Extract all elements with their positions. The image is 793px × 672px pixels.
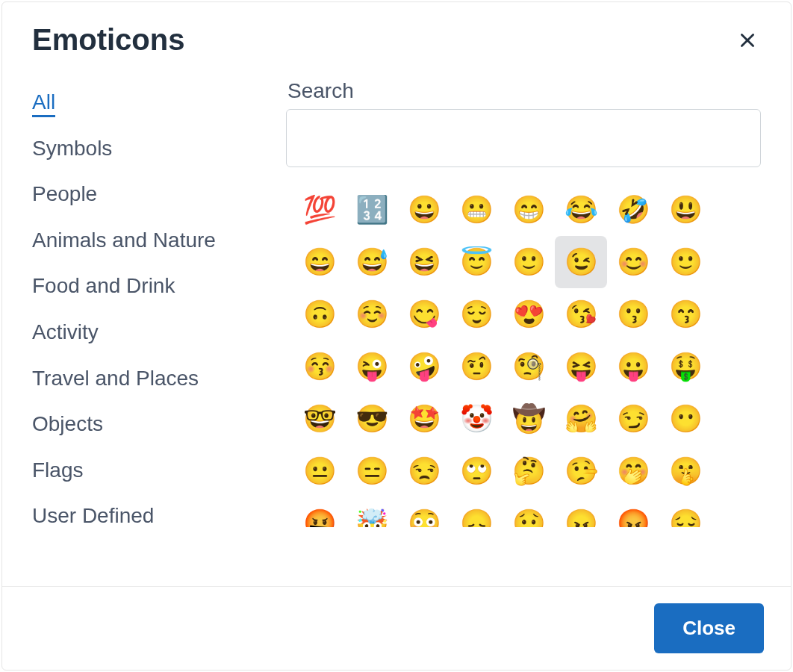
category-item[interactable]: Activity (32, 309, 286, 355)
emoji-expressionless-face[interactable]: 😑 (346, 445, 398, 497)
category-label: User Defined (32, 504, 154, 527)
emoji-winking-face-tongue[interactable]: 😜 (346, 340, 398, 393)
category-item[interactable]: Symbols (32, 125, 286, 172)
category-label: People (32, 182, 97, 205)
category-sidebar: AllSymbolsPeopleAnimals and NatureFood a… (32, 72, 286, 571)
emoji-grinning-face-big-eyes[interactable]: 😃 (659, 184, 712, 236)
emoji-face-blowing-kiss[interactable]: 😘 (555, 288, 607, 340)
category-item[interactable]: Animals and Nature (32, 217, 286, 264)
category-item[interactable]: Food and Drink (32, 263, 286, 309)
emoji-beaming-face[interactable]: 😁 (503, 184, 555, 236)
emoji-smiling-face-smiling-eyes[interactable]: 😊 (607, 236, 659, 288)
emoji-face-with-tongue[interactable]: 😛 (607, 340, 659, 393)
emoji-grinning-face-smiling-eyes[interactable]: 😄 (293, 236, 346, 288)
emoji-grinning-squinting-face[interactable]: 😆 (398, 236, 450, 288)
dialog-footer: Close (2, 586, 791, 670)
category-item[interactable]: Objects (32, 401, 286, 447)
category-label: All (32, 90, 55, 117)
category-item[interactable]: Flags (32, 447, 286, 494)
dialog-title: Emoticons (32, 23, 184, 57)
category-label: Symbols (32, 137, 112, 160)
emoji-worried-face[interactable]: 😟 (503, 497, 555, 527)
emoji-slightly-smiling-face-2[interactable]: 🙂 (659, 236, 712, 288)
dialog-body: AllSymbolsPeopleAnimals and NatureFood a… (2, 64, 791, 586)
category-item[interactable]: All (32, 79, 286, 125)
emoji-smirking-face[interactable]: 😏 (607, 393, 659, 445)
emoji-grinning-face-sweat[interactable]: 😅 (346, 236, 398, 288)
emoji-relieved-face[interactable]: 😌 (450, 288, 503, 340)
category-label: Travel and Places (32, 367, 199, 390)
category-label: Activity (32, 320, 99, 343)
category-label: Animals and Nature (32, 228, 216, 252)
emoji-nerd-face[interactable]: 🤓 (293, 393, 346, 445)
emoji-face-hand-over-mouth[interactable]: 🤭 (607, 445, 659, 497)
emoji-star-struck[interactable]: 🤩 (398, 393, 450, 445)
dialog-header: Emoticons (2, 2, 791, 64)
category-item[interactable]: User Defined (32, 493, 286, 539)
emoji-kissing-face[interactable]: 😗 (607, 288, 659, 340)
category-label: Objects (32, 412, 103, 435)
emoji-kissing-face-closed-eyes[interactable]: 😚 (293, 340, 346, 393)
emoji-face-raised-eyebrow[interactable]: 🤨 (450, 340, 503, 393)
close-button[interactable]: Close (654, 603, 764, 653)
emoji-grid: 💯🔢😀😬😁😂🤣😃😄😅😆😇🙂😉😊🙂🙃☺️😋😌😍😘😗😙😚😜🤪🤨🧐😝😛🤑🤓😎🤩🤡🤠🤗😏… (286, 179, 770, 527)
emoji-slightly-smiling-face[interactable]: 🙂 (503, 236, 555, 288)
category-label: Food and Drink (32, 274, 175, 297)
emoji-money-mouth-face[interactable]: 🤑 (659, 340, 712, 393)
emoticons-dialog: Emoticons AllSymbolsPeopleAnimals and Na… (1, 1, 792, 671)
emoji-scroll-area[interactable]: 💯🔢😀😬😁😂🤣😃😄😅😆😇🙂😉😊🙂🙃☺️😋😌😍😘😗😙😚😜🤪🤨🧐😝😛🤑🤓😎🤩🤡🤠🤗😏… (286, 179, 773, 527)
emoji-squinting-face-tongue[interactable]: 😝 (555, 340, 607, 393)
category-label: Flags (32, 458, 83, 482)
emoji-disappointed-face[interactable]: 😞 (450, 497, 503, 527)
emoji-winking-face[interactable]: 😉 (555, 236, 607, 288)
emoji-face-symbols-on-mouth[interactable]: 🤬 (293, 497, 346, 527)
emoji-smiling-face-sunglasses[interactable]: 😎 (346, 393, 398, 445)
emoji-shushing-face[interactable]: 🤫 (659, 445, 712, 497)
emoji-neutral-face[interactable]: 😐 (293, 445, 346, 497)
emoji-face-savoring-food[interactable]: 😋 (398, 288, 450, 340)
emoji-hugging-face[interactable]: 🤗 (555, 393, 607, 445)
emoji-kissing-face-smiling-eyes[interactable]: 😙 (659, 288, 712, 340)
emoji-thinking-face[interactable]: 🤔 (503, 445, 555, 497)
right-pane: Search 💯🔢😀😬😁😂🤣😃😄😅😆😇🙂😉😊🙂🙃☺️😋😌😍😘😗😙😚😜🤪🤨🧐😝😛🤑… (286, 72, 773, 571)
emoji-exploding-head[interactable]: 🤯 (346, 497, 398, 527)
emoji-upside-down-face[interactable]: 🙃 (293, 288, 346, 340)
emoji-smiling-face-halo[interactable]: 😇 (450, 236, 503, 288)
emoji-cowboy-hat-face[interactable]: 🤠 (503, 393, 555, 445)
emoji-face-with-tears-of-joy[interactable]: 😂 (555, 184, 607, 236)
emoji-clown-face[interactable]: 🤡 (450, 393, 503, 445)
emoji-input-numbers[interactable]: 🔢 (346, 184, 398, 236)
category-item[interactable]: People (32, 171, 286, 217)
emoji-lying-face[interactable]: 🤥 (555, 445, 607, 497)
emoji-face-monocle[interactable]: 🧐 (503, 340, 555, 393)
search-input[interactable] (286, 109, 761, 167)
emoji-grinning-face[interactable]: 😀 (398, 184, 450, 236)
emoji-hundred-points[interactable]: 💯 (293, 184, 346, 236)
emoji-flushed-face[interactable]: 😳 (398, 497, 450, 527)
emoji-pouting-face[interactable]: 😡 (607, 497, 659, 527)
emoji-zany-face[interactable]: 🤪 (398, 340, 450, 393)
search-label: Search (287, 79, 773, 103)
emoji-smiling-face-heart-eyes[interactable]: 😍 (503, 288, 555, 340)
emoji-smiling-face[interactable]: ☺️ (346, 288, 398, 340)
close-icon[interactable] (734, 27, 761, 54)
emoji-pensive-face[interactable]: 😔 (659, 497, 712, 527)
emoji-angry-face[interactable]: 😠 (555, 497, 607, 527)
emoji-face-rolling-eyes[interactable]: 🙄 (450, 445, 503, 497)
emoji-grimacing-face[interactable]: 😬 (450, 184, 503, 236)
emoji-face-without-mouth[interactable]: 😶 (659, 393, 712, 445)
emoji-rolling-on-the-floor-laughing[interactable]: 🤣 (607, 184, 659, 236)
emoji-unamused-face[interactable]: 😒 (398, 445, 450, 497)
category-item[interactable]: Travel and Places (32, 355, 286, 402)
